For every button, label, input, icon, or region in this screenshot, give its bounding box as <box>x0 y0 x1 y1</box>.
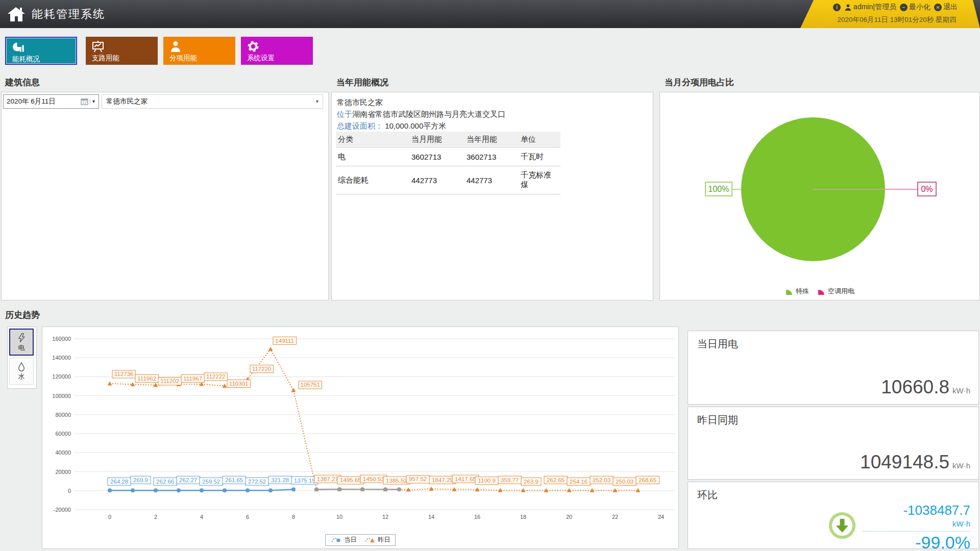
nav-system-settings[interactable]: 系统设置 <box>241 37 313 65</box>
svg-text:117220: 117220 <box>252 366 272 372</box>
pie-chart: 100% 0% <box>660 92 979 281</box>
energy-type-toolbar: 电 水 <box>7 327 37 389</box>
legend-item-special[interactable]: 特殊 <box>785 287 809 296</box>
building-name: 常德市民之家 <box>337 96 648 108</box>
nav-branch-energy[interactable]: 支路用能 <box>86 37 158 65</box>
cell-category: 电 <box>336 148 409 166</box>
svg-text:18: 18 <box>520 514 526 520</box>
building-area: 总建设面积： 10,000.000平方米 <box>337 120 648 132</box>
presentation-chart-icon <box>91 40 105 55</box>
svg-text:263.9: 263.9 <box>524 479 538 485</box>
svg-text:111202: 111202 <box>160 378 179 384</box>
svg-text:252.03: 252.03 <box>593 477 610 483</box>
col-header: 当年用能 <box>464 132 519 148</box>
user-menu[interactable]: admin|管理员 <box>844 3 896 12</box>
type-button-water[interactable]: 水 <box>9 358 34 385</box>
svg-text:259.52: 259.52 <box>202 479 220 485</box>
pie-legend: 特殊 空调用电 <box>785 287 854 296</box>
app-title: 能耗管理系统 <box>32 7 105 22</box>
svg-text:269.9: 269.9 <box>133 477 148 483</box>
cell-month-value: 442773 <box>409 166 464 194</box>
svg-text:1375.15: 1375.15 <box>294 478 315 484</box>
card-ring-ratio: 环比 -1038487.7 kW·h -99.0% <box>688 482 979 549</box>
nav-label: 支路用能 <box>92 54 119 63</box>
water-drop-icon <box>17 362 26 372</box>
svg-text:100000: 100000 <box>52 393 71 399</box>
svg-text:0: 0 <box>108 514 111 520</box>
pie-fan-icon <box>785 287 794 296</box>
area-label: 总建设面积： <box>337 121 383 130</box>
card-value: 10660.8 <box>881 377 949 398</box>
person-icon <box>169 40 182 55</box>
svg-text:250.03: 250.03 <box>616 479 633 485</box>
cell-month-value: 3602713 <box>409 148 464 166</box>
annual-overview-panel: 常德市民之家 位于湖南省常德市武陵区朗州路与月亮大道交叉口 总建设面积： 10,… <box>331 92 653 300</box>
pie-fan-icon <box>817 287 826 296</box>
svg-text:1450.53: 1450.53 <box>363 476 384 482</box>
cell-unit: 千瓦时 <box>519 148 560 166</box>
svg-text:957.52: 957.52 <box>409 476 427 482</box>
svg-text:12: 12 <box>382 514 388 520</box>
svg-text:262.65: 262.65 <box>547 477 565 483</box>
divider <box>863 531 970 532</box>
legend-item-ac[interactable]: 空调用电 <box>817 287 854 296</box>
minimize-icon: – <box>900 4 908 11</box>
building-select-value: 常德市民之家 <box>102 97 315 106</box>
area-value: 10,000.000平方米 <box>385 121 446 130</box>
nav-subentry-energy[interactable]: 分项用能 <box>163 37 235 65</box>
svg-text:1387.27: 1387.27 <box>317 476 338 482</box>
svg-text:111962: 111962 <box>137 375 156 382</box>
energy-table: 分类 当月用能 当年用能 单位 电 3602713 3602713 千瓦时 综合… <box>336 132 560 194</box>
type-button-electric[interactable]: 电 <box>9 329 34 356</box>
date-value: 2020年 6月11日 <box>4 97 81 106</box>
svg-text:22: 22 <box>612 514 618 520</box>
svg-text:262.66: 262.66 <box>156 479 174 485</box>
legend-label: 当日 <box>344 536 357 544</box>
logout-button[interactable]: ✕ 退出 <box>934 3 958 12</box>
ratio-unit: kW·h <box>863 519 970 528</box>
nav-energy-overview[interactable]: 能耗概况 <box>5 37 77 65</box>
card-unit: kW·h <box>952 461 970 470</box>
date-picker[interactable]: 2020年 6月11日 ▼ <box>3 94 99 109</box>
svg-text:60000: 60000 <box>55 431 71 437</box>
nav-label: 能耗概况 <box>12 55 40 64</box>
svg-text:14: 14 <box>428 514 434 520</box>
top-header: 能耗管理系统 i admin|管理员 – 最小化 ✕ 退出 2020年06月11… <box>0 0 980 28</box>
col-header: 分类 <box>336 132 409 148</box>
minimize-button[interactable]: – 最小化 <box>900 3 930 12</box>
legend-item-yesterday[interactable]: 昨日 <box>364 536 390 544</box>
line-dot-icon <box>330 536 342 544</box>
svg-text:80000: 80000 <box>55 412 71 418</box>
svg-text:10: 10 <box>336 514 342 520</box>
svg-text:16: 16 <box>474 514 480 520</box>
home-icon[interactable] <box>6 6 26 22</box>
cell-year-value: 3602713 <box>464 148 519 166</box>
svg-text:149111: 149111 <box>275 338 294 344</box>
info-icon[interactable]: i <box>833 4 841 11</box>
building-select[interactable]: 常德市民之家 ▼ <box>102 94 323 109</box>
svg-text:4: 4 <box>200 514 203 520</box>
svg-text:1100.9: 1100.9 <box>478 478 496 484</box>
svg-text:262.27: 262.27 <box>179 477 197 483</box>
card-today-usage: 当日用电 10660.8 kW·h <box>688 331 979 405</box>
user-label: admin|管理员 <box>853 3 896 12</box>
building-info-heading: 建筑信息 <box>5 77 40 88</box>
ratio-percent: -99.0% <box>863 533 970 551</box>
legend-item-today[interactable]: 当日 <box>330 536 357 544</box>
svg-text:24: 24 <box>658 514 664 520</box>
table-row: 综合能耗 442773 442773 千克标准煤 <box>336 166 560 194</box>
card-yesterday-usage: 昨日同期 1049148.5 kW·h <box>688 407 979 480</box>
col-header: 当月用能 <box>409 132 464 148</box>
building-location: 位于湖南省常德市武陵区朗州路与月亮大道交叉口 <box>337 108 648 120</box>
chevron-down-icon: ▼ <box>315 99 323 104</box>
building-info-panel: 2020年 6月11日 ▼ 常德市民之家 ▼ <box>1 92 329 300</box>
trend-chart-container: -200000200004000060000800001000001200001… <box>42 327 679 549</box>
svg-text:110301: 110301 <box>229 381 249 387</box>
col-header: 单位 <box>519 132 560 148</box>
chevron-down-icon: ▼ <box>90 99 99 104</box>
svg-text:120000: 120000 <box>52 373 71 380</box>
table-row: 电 3602713 3602713 千瓦时 <box>336 148 560 166</box>
line-triangle-icon <box>364 536 376 544</box>
pie-panel: 100% 0% 特殊 空调用电 <box>659 92 980 300</box>
card-unit: kW·h <box>952 386 970 395</box>
